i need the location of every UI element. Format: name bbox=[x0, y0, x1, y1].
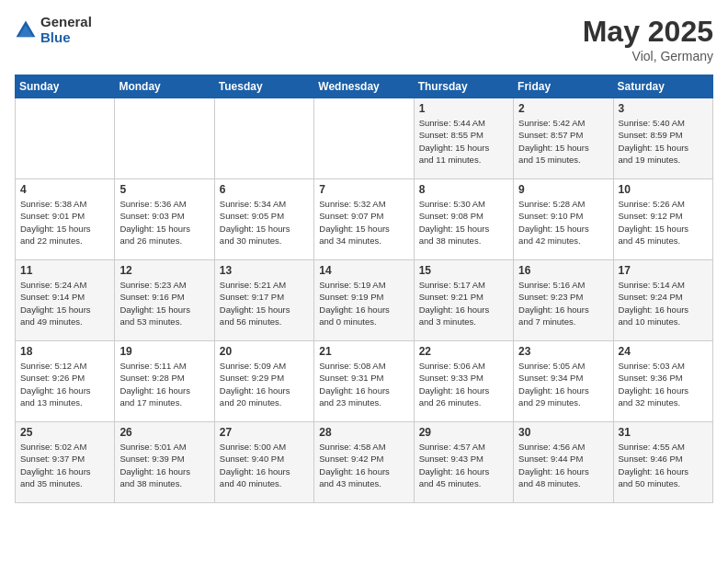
calendar-cell: 19Sunrise: 5:11 AM Sunset: 9:28 PM Dayli… bbox=[115, 341, 214, 422]
calendar-body: 1Sunrise: 5:44 AM Sunset: 8:55 PM Daylig… bbox=[16, 98, 713, 503]
calendar-week-3: 18Sunrise: 5:12 AM Sunset: 9:26 PM Dayli… bbox=[16, 341, 713, 422]
calendar-week-1: 4Sunrise: 5:38 AM Sunset: 9:01 PM Daylig… bbox=[16, 179, 713, 260]
calendar-cell: 31Sunrise: 4:55 AM Sunset: 9:46 PM Dayli… bbox=[613, 422, 712, 503]
cell-content: Sunrise: 5:00 AM Sunset: 9:40 PM Dayligh… bbox=[220, 441, 309, 489]
calendar-cell: 23Sunrise: 5:05 AM Sunset: 9:34 PM Dayli… bbox=[514, 341, 613, 422]
calendar-table: SundayMondayTuesdayWednesdayThursdayFrid… bbox=[15, 75, 713, 503]
title-block: May 2025 Viol, Germany bbox=[583, 15, 713, 63]
weekday-thursday: Thursday bbox=[414, 75, 513, 98]
weekday-saturday: Saturday bbox=[613, 75, 712, 98]
weekday-header-row: SundayMondayTuesdayWednesdayThursdayFrid… bbox=[16, 75, 713, 98]
day-number: 12 bbox=[119, 264, 209, 277]
calendar-cell: 7Sunrise: 5:32 AM Sunset: 9:07 PM Daylig… bbox=[314, 179, 414, 260]
logo-general: General bbox=[40, 15, 92, 30]
calendar-cell: 27Sunrise: 5:00 AM Sunset: 9:40 PM Dayli… bbox=[214, 422, 313, 503]
cell-content: Sunrise: 5:42 AM Sunset: 8:57 PM Dayligh… bbox=[518, 117, 608, 166]
calendar-cell: 30Sunrise: 4:56 AM Sunset: 9:44 PM Dayli… bbox=[514, 422, 613, 503]
calendar-cell bbox=[214, 98, 313, 179]
calendar-cell: 10Sunrise: 5:26 AM Sunset: 9:12 PM Dayli… bbox=[613, 179, 712, 260]
cell-content: Sunrise: 5:14 AM Sunset: 9:24 PM Dayligh… bbox=[619, 279, 708, 327]
day-number: 23 bbox=[518, 345, 608, 358]
day-number: 20 bbox=[220, 345, 309, 358]
cell-content: Sunrise: 5:12 AM Sunset: 9:26 PM Dayligh… bbox=[20, 360, 109, 408]
cell-content: Sunrise: 5:40 AM Sunset: 8:59 PM Dayligh… bbox=[619, 117, 708, 166]
calendar-cell: 6Sunrise: 5:34 AM Sunset: 9:05 PM Daylig… bbox=[214, 179, 313, 260]
calendar-week-0: 1Sunrise: 5:44 AM Sunset: 8:55 PM Daylig… bbox=[16, 98, 713, 179]
cell-content: Sunrise: 5:28 AM Sunset: 9:10 PM Dayligh… bbox=[518, 198, 608, 247]
day-number: 19 bbox=[119, 345, 209, 358]
calendar-cell: 29Sunrise: 4:57 AM Sunset: 9:43 PM Dayli… bbox=[414, 422, 513, 503]
cell-content: Sunrise: 5:11 AM Sunset: 9:28 PM Dayligh… bbox=[119, 360, 209, 408]
calendar-cell bbox=[16, 98, 115, 179]
cell-content: Sunrise: 4:55 AM Sunset: 9:46 PM Dayligh… bbox=[619, 441, 708, 489]
day-number: 24 bbox=[619, 345, 708, 358]
day-number: 9 bbox=[518, 183, 608, 196]
day-number: 26 bbox=[119, 426, 209, 439]
day-number: 17 bbox=[619, 264, 708, 277]
cell-content: Sunrise: 5:44 AM Sunset: 8:55 PM Dayligh… bbox=[419, 117, 508, 166]
day-number: 3 bbox=[619, 102, 708, 115]
calendar-cell: 15Sunrise: 5:17 AM Sunset: 9:21 PM Dayli… bbox=[414, 260, 513, 341]
logo: General Blue bbox=[15, 15, 92, 45]
calendar-cell: 9Sunrise: 5:28 AM Sunset: 9:10 PM Daylig… bbox=[514, 179, 613, 260]
day-number: 31 bbox=[619, 426, 708, 439]
cell-content: Sunrise: 5:32 AM Sunset: 9:07 PM Dayligh… bbox=[319, 198, 408, 247]
cell-content: Sunrise: 5:38 AM Sunset: 9:01 PM Dayligh… bbox=[20, 198, 109, 247]
month-title: May 2025 bbox=[583, 15, 713, 49]
cell-content: Sunrise: 5:34 AM Sunset: 9:05 PM Dayligh… bbox=[220, 198, 309, 247]
calendar-cell: 14Sunrise: 5:19 AM Sunset: 9:19 PM Dayli… bbox=[314, 260, 414, 341]
day-number: 25 bbox=[20, 426, 109, 439]
cell-content: Sunrise: 5:02 AM Sunset: 9:37 PM Dayligh… bbox=[20, 441, 109, 489]
cell-content: Sunrise: 4:58 AM Sunset: 9:42 PM Dayligh… bbox=[319, 441, 408, 489]
day-number: 18 bbox=[20, 345, 109, 358]
day-number: 6 bbox=[220, 183, 309, 196]
calendar-cell: 8Sunrise: 5:30 AM Sunset: 9:08 PM Daylig… bbox=[414, 179, 513, 260]
logo-blue: Blue bbox=[40, 30, 92, 46]
calendar-cell: 2Sunrise: 5:42 AM Sunset: 8:57 PM Daylig… bbox=[514, 98, 613, 179]
day-number: 28 bbox=[319, 426, 408, 439]
cell-content: Sunrise: 5:21 AM Sunset: 9:17 PM Dayligh… bbox=[220, 279, 309, 327]
day-number: 1 bbox=[419, 102, 508, 115]
calendar-cell: 21Sunrise: 5:08 AM Sunset: 9:31 PM Dayli… bbox=[314, 341, 414, 422]
day-number: 5 bbox=[119, 183, 209, 196]
calendar-cell: 3Sunrise: 5:40 AM Sunset: 8:59 PM Daylig… bbox=[613, 98, 712, 179]
cell-content: Sunrise: 5:16 AM Sunset: 9:23 PM Dayligh… bbox=[518, 279, 608, 327]
cell-content: Sunrise: 5:26 AM Sunset: 9:12 PM Dayligh… bbox=[619, 198, 708, 247]
day-number: 4 bbox=[20, 183, 109, 196]
cell-content: Sunrise: 5:23 AM Sunset: 9:16 PM Dayligh… bbox=[119, 279, 209, 327]
weekday-sunday: Sunday bbox=[16, 75, 115, 98]
calendar-cell: 26Sunrise: 5:01 AM Sunset: 9:39 PM Dayli… bbox=[115, 422, 214, 503]
day-number: 21 bbox=[319, 345, 408, 358]
cell-content: Sunrise: 5:01 AM Sunset: 9:39 PM Dayligh… bbox=[119, 441, 209, 489]
cell-content: Sunrise: 5:30 AM Sunset: 9:08 PM Dayligh… bbox=[419, 198, 508, 247]
calendar-cell: 22Sunrise: 5:06 AM Sunset: 9:33 PM Dayli… bbox=[414, 341, 513, 422]
calendar-cell bbox=[115, 98, 214, 179]
day-number: 30 bbox=[518, 426, 608, 439]
day-number: 10 bbox=[619, 183, 708, 196]
weekday-tuesday: Tuesday bbox=[214, 75, 313, 98]
cell-content: Sunrise: 5:19 AM Sunset: 9:19 PM Dayligh… bbox=[319, 279, 408, 327]
cell-content: Sunrise: 5:36 AM Sunset: 9:03 PM Dayligh… bbox=[119, 198, 209, 247]
calendar-week-4: 25Sunrise: 5:02 AM Sunset: 9:37 PM Dayli… bbox=[16, 422, 713, 503]
day-number: 14 bbox=[319, 264, 408, 277]
logo-icon bbox=[15, 19, 37, 41]
weekday-monday: Monday bbox=[115, 75, 214, 98]
calendar-cell: 25Sunrise: 5:02 AM Sunset: 9:37 PM Dayli… bbox=[16, 422, 115, 503]
calendar-cell: 1Sunrise: 5:44 AM Sunset: 8:55 PM Daylig… bbox=[414, 98, 513, 179]
cell-content: Sunrise: 5:17 AM Sunset: 9:21 PM Dayligh… bbox=[419, 279, 508, 327]
day-number: 16 bbox=[518, 264, 608, 277]
cell-content: Sunrise: 5:03 AM Sunset: 9:36 PM Dayligh… bbox=[619, 360, 708, 408]
calendar-cell: 4Sunrise: 5:38 AM Sunset: 9:01 PM Daylig… bbox=[16, 179, 115, 260]
cell-content: Sunrise: 5:09 AM Sunset: 9:29 PM Dayligh… bbox=[220, 360, 309, 408]
day-number: 2 bbox=[518, 102, 608, 115]
calendar-cell: 5Sunrise: 5:36 AM Sunset: 9:03 PM Daylig… bbox=[115, 179, 214, 260]
day-number: 15 bbox=[419, 264, 508, 277]
calendar-week-2: 11Sunrise: 5:24 AM Sunset: 9:14 PM Dayli… bbox=[16, 260, 713, 341]
cell-content: Sunrise: 4:56 AM Sunset: 9:44 PM Dayligh… bbox=[518, 441, 608, 489]
cell-content: Sunrise: 5:05 AM Sunset: 9:34 PM Dayligh… bbox=[518, 360, 608, 408]
calendar-cell: 18Sunrise: 5:12 AM Sunset: 9:26 PM Dayli… bbox=[16, 341, 115, 422]
logo-text: General Blue bbox=[40, 15, 92, 45]
day-number: 11 bbox=[20, 264, 109, 277]
day-number: 29 bbox=[419, 426, 508, 439]
calendar-cell: 28Sunrise: 4:58 AM Sunset: 9:42 PM Dayli… bbox=[314, 422, 414, 503]
